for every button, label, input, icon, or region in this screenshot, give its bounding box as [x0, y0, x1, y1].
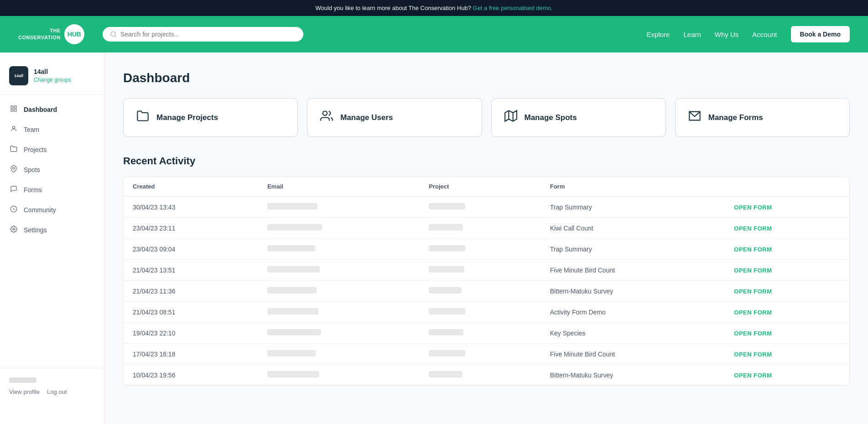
cell-project — [420, 281, 541, 302]
banner-link[interactable]: Get a free personalised demo. — [473, 5, 553, 11]
navbar: THE CONSERVATION HUB Explore Learn Why U… — [0, 16, 868, 52]
table-header-row: Created Email Project Form — [124, 177, 849, 197]
svg-rect-3 — [14, 106, 16, 108]
logo-text-line2: CONSERVATION — [18, 34, 61, 41]
open-form-link[interactable]: OPEN FORM — [734, 225, 772, 232]
open-form-link[interactable]: OPEN FORM — [734, 288, 772, 295]
banner-message: Would you like to learn more about The C… — [316, 5, 471, 11]
team-icon — [9, 125, 18, 134]
manage-projects-icon — [136, 110, 149, 126]
cell-form: Five Minute Bird Count — [541, 260, 725, 281]
svg-rect-2 — [11, 106, 13, 108]
cell-action[interactable]: OPEN FORM — [725, 239, 849, 260]
svg-line-1 — [114, 36, 116, 37]
cell-created: 10/04/23 19:56 — [124, 365, 258, 386]
svg-point-6 — [12, 126, 15, 129]
cell-project — [420, 302, 541, 323]
settings-icon — [9, 225, 18, 235]
manage-projects-card[interactable]: Manage Projects — [123, 98, 298, 137]
open-form-link[interactable]: OPEN FORM — [734, 246, 772, 253]
sidebar-item-projects[interactable]: Projects — [0, 140, 104, 160]
cell-form: Key Species — [541, 323, 725, 344]
cell-project — [420, 260, 541, 281]
projects-icon — [9, 145, 18, 154]
sidebar-item-label-projects: Projects — [24, 146, 47, 153]
sidebar-item-settings[interactable]: Settings — [0, 220, 104, 240]
main-content: Dashboard Manage Projects Manage Users M… — [105, 52, 868, 424]
cell-created: 21/04/23 08:51 — [124, 302, 258, 323]
footer-username-blurred — [9, 377, 36, 383]
logo: THE CONSERVATION HUB — [18, 24, 84, 44]
cell-project — [420, 197, 541, 218]
cell-project — [420, 323, 541, 344]
cell-email — [258, 197, 420, 218]
manage-forms-icon — [688, 110, 701, 126]
change-groups-link[interactable]: Change groups — [34, 77, 71, 83]
cell-form: Trap Summary — [541, 239, 725, 260]
cell-email — [258, 365, 420, 386]
sidebar: 14all 14all Change groups Dashboard — [0, 52, 105, 424]
book-demo-button[interactable]: Book a Demo — [791, 26, 850, 42]
sidebar-item-forms[interactable]: Forms — [0, 180, 104, 200]
page-title: Dashboard — [123, 71, 850, 85]
manage-spots-card[interactable]: Manage Spots — [491, 98, 666, 137]
cell-created: 23/04/23 23:11 — [124, 218, 258, 239]
table-row: 23/04/23 23:11 Kiwi Call Count OPEN FORM — [124, 218, 849, 239]
manage-forms-card[interactable]: Manage Forms — [675, 98, 850, 137]
table-row: 19/04/23 22:10 Key Species OPEN FORM — [124, 323, 849, 344]
open-form-link[interactable]: OPEN FORM — [734, 204, 772, 211]
open-form-link[interactable]: OPEN FORM — [734, 372, 772, 379]
open-form-link[interactable]: OPEN FORM — [734, 267, 772, 274]
table-row: 23/04/23 09:04 Trap Summary OPEN FORM — [124, 239, 849, 260]
sidebar-user: 14all 14all Change groups — [0, 62, 104, 95]
cell-action[interactable]: OPEN FORM — [725, 365, 849, 386]
cell-action[interactable]: OPEN FORM — [725, 344, 849, 365]
sidebar-item-label-community: Community — [24, 206, 56, 214]
cell-action[interactable]: OPEN FORM — [725, 218, 849, 239]
cell-form: Trap Summary — [541, 197, 725, 218]
sidebar-item-community[interactable]: Community — [0, 200, 104, 220]
cell-action[interactable]: OPEN FORM — [725, 302, 849, 323]
table-row: 21/04/23 11:36 Bittern-Matuku Survey OPE… — [124, 281, 849, 302]
manage-users-card[interactable]: Manage Users — [307, 98, 482, 137]
view-profile-link[interactable]: View profile — [9, 388, 40, 395]
recent-activity-title: Recent Activity — [123, 155, 850, 167]
col-action — [725, 177, 849, 197]
svg-point-9 — [13, 228, 15, 230]
open-form-link[interactable]: OPEN FORM — [734, 330, 772, 337]
sidebar-item-team[interactable]: Team — [0, 120, 104, 140]
log-out-link[interactable]: Log out — [47, 388, 67, 395]
cell-action[interactable]: OPEN FORM — [725, 281, 849, 302]
forms-icon — [9, 185, 18, 194]
open-form-link[interactable]: OPEN FORM — [734, 309, 772, 316]
search-bar — [103, 27, 303, 42]
dashboard-icon — [9, 105, 18, 114]
nav-links: Explore Learn Why Us Account Book a Demo — [647, 26, 850, 42]
nav-learn[interactable]: Learn — [683, 31, 701, 38]
sidebar-item-dashboard[interactable]: Dashboard — [0, 99, 104, 120]
sidebar-item-label-forms: Forms — [24, 186, 42, 194]
sidebar-item-label-dashboard: Dashboard — [24, 106, 57, 113]
manage-spots-label: Manage Spots — [525, 113, 577, 122]
nav-why-us[interactable]: Why Us — [715, 31, 739, 38]
cell-email — [258, 302, 420, 323]
nav-account[interactable]: Account — [752, 31, 777, 38]
cell-created: 30/04/23 13:43 — [124, 197, 258, 218]
logo-circle: HUB — [64, 24, 84, 44]
cell-email — [258, 323, 420, 344]
app-layout: 14all 14all Change groups Dashboard — [0, 52, 868, 424]
sidebar-footer: View profile Log out — [0, 368, 104, 404]
search-input[interactable] — [120, 31, 296, 38]
open-form-link[interactable]: OPEN FORM — [734, 351, 772, 358]
svg-point-10 — [323, 111, 327, 115]
cell-email — [258, 239, 420, 260]
table-row: 30/04/23 13:43 Trap Summary OPEN FORM — [124, 197, 849, 218]
sidebar-item-spots[interactable]: Spots — [0, 160, 104, 180]
cell-action[interactable]: OPEN FORM — [725, 197, 849, 218]
table-row: 17/04/23 16:18 Five Minute Bird Count OP… — [124, 344, 849, 365]
nav-explore[interactable]: Explore — [647, 31, 670, 38]
cell-action[interactable]: OPEN FORM — [725, 323, 849, 344]
cell-project — [420, 239, 541, 260]
cell-form: Bittern-Matuku Survey — [541, 281, 725, 302]
cell-action[interactable]: OPEN FORM — [725, 260, 849, 281]
